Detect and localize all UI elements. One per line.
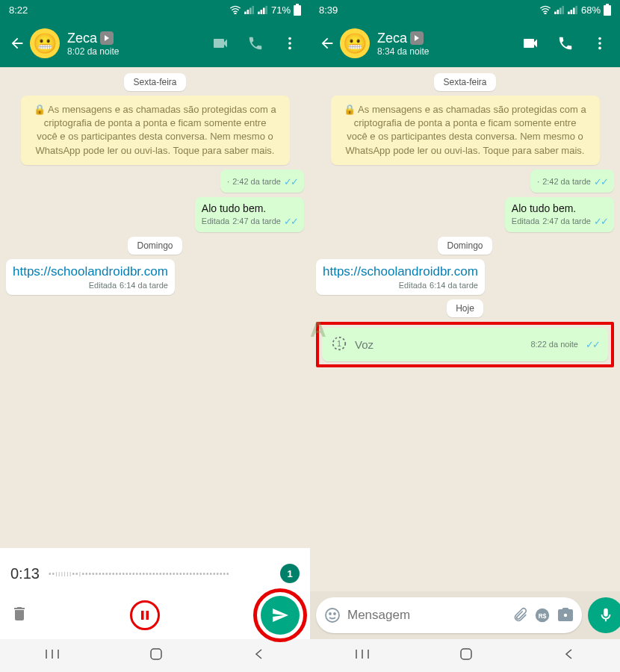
battery-icon xyxy=(604,4,611,16)
ticks-icon: ✓✓ xyxy=(594,176,607,187)
svg-rect-27 xyxy=(573,7,575,14)
avatar[interactable]: 😬 xyxy=(340,28,370,58)
nav-back[interactable] xyxy=(253,648,265,663)
svg-point-31 xyxy=(598,37,601,40)
svg-point-20 xyxy=(545,13,546,14)
message-out-1[interactable]: ·2:42 da tarde✓✓ xyxy=(530,169,614,193)
ticks-icon: ✓✓ xyxy=(586,339,599,350)
highlight-box: 1 Voz 8:22 da noite ✓✓ xyxy=(316,322,614,367)
back-button[interactable] xyxy=(4,31,30,56)
svg-rect-24 xyxy=(562,6,564,14)
nav-bar xyxy=(310,639,620,672)
mic-button[interactable] xyxy=(588,597,620,633)
encryption-notice[interactable]: 🔒 As mensagens e as chamadas são protegi… xyxy=(331,96,600,165)
svg-rect-23 xyxy=(559,7,562,14)
send-icon xyxy=(271,606,289,624)
voice-time: 8:22 da noite xyxy=(530,340,578,349)
svg-text:1: 1 xyxy=(337,339,341,347)
svg-point-0 xyxy=(235,13,236,14)
voice-call-button[interactable] xyxy=(550,27,581,60)
message-in-1[interactable]: https://schoolandroidbr.com Editada6:14 … xyxy=(6,259,175,295)
screen-right: 8:39 68% 😬 Zeca 8:34 da noite Sexta-fe xyxy=(310,0,620,672)
attach-button[interactable] xyxy=(512,607,528,623)
message-input[interactable] xyxy=(347,608,506,623)
recording-time: 0:13 xyxy=(10,565,40,582)
message-in-1[interactable]: https://schoolandroidbr.com Editada6:14 … xyxy=(316,259,485,295)
message-out-2[interactable]: Alo tudo bem. Editada2:47 da tarde✓✓ xyxy=(195,197,304,232)
attach-icon xyxy=(512,607,528,623)
contact-info[interactable]: Zeca 8:34 da noite xyxy=(377,31,514,57)
contact-status: 8:34 da noite xyxy=(377,46,514,57)
signal-icon xyxy=(554,5,565,14)
nav-recents[interactable] xyxy=(45,648,60,663)
arrow-left-icon xyxy=(319,35,335,52)
contact-info[interactable]: Zeca 8:02 da noite xyxy=(67,31,204,57)
avatar[interactable]: 😬 xyxy=(30,28,60,58)
video-call-button[interactable] xyxy=(514,27,547,60)
svg-rect-5 xyxy=(258,12,260,14)
back-button[interactable] xyxy=(314,31,340,56)
voice-label: Voz xyxy=(355,338,523,351)
message-input-wrap[interactable]: R$ xyxy=(316,597,582,633)
menu-button[interactable] xyxy=(274,27,306,60)
message-out-2[interactable]: Alo tudo bem. Editada2:47 da tarde✓✓ xyxy=(505,197,614,232)
send-button[interactable] xyxy=(261,596,300,635)
battery-text: 68% xyxy=(581,4,601,16)
play-badge-icon xyxy=(410,31,424,45)
svg-point-37 xyxy=(329,613,331,615)
ticks-icon: ✓✓ xyxy=(594,216,607,227)
video-icon xyxy=(211,34,229,52)
message-text: Alo tudo bem. xyxy=(202,202,266,214)
nav-back[interactable] xyxy=(563,648,575,663)
input-bar: R$ xyxy=(310,591,620,639)
mic-icon xyxy=(598,607,614,623)
svg-rect-30 xyxy=(604,5,611,16)
ticks-icon: ✓✓ xyxy=(284,176,297,187)
view-once-icon: 1 xyxy=(331,335,347,354)
waveform: ••ıııııı••ı•••••••••••••••••••••••••••••… xyxy=(49,570,271,578)
svg-point-13 xyxy=(288,47,291,50)
wifi-icon xyxy=(539,5,551,14)
trash-icon xyxy=(10,605,28,623)
pause-button[interactable] xyxy=(130,600,160,630)
phone-icon xyxy=(247,35,264,52)
chat-body[interactable]: Sexta-feira 🔒 As mensagens e as chamadas… xyxy=(0,67,310,548)
signal-icon-2 xyxy=(258,5,268,14)
status-bar: 8:22 71% xyxy=(0,0,310,19)
payment-button[interactable]: R$ xyxy=(534,607,551,623)
svg-rect-29 xyxy=(606,4,609,5)
more-vert-icon xyxy=(592,35,608,52)
svg-point-32 xyxy=(598,42,601,45)
delete-recording-button[interactable] xyxy=(10,605,28,626)
menu-button[interactable] xyxy=(584,27,616,60)
svg-rect-1 xyxy=(244,12,247,14)
video-call-button[interactable] xyxy=(204,27,237,60)
play-badge-icon xyxy=(100,31,114,45)
svg-rect-19 xyxy=(151,649,161,659)
camera-button[interactable] xyxy=(557,606,574,624)
message-out-1[interactable]: ·2:42 da tarde✓✓ xyxy=(220,169,304,193)
chat-body[interactable]: Sexta-feira 🔒 As mensagens e as chamadas… xyxy=(310,67,620,591)
message-link[interactable]: https://schoolandroidbr.com xyxy=(13,264,168,279)
message-link[interactable]: https://schoolandroidbr.com xyxy=(323,264,478,279)
svg-point-12 xyxy=(288,42,291,45)
svg-rect-28 xyxy=(575,6,577,14)
svg-point-41 xyxy=(564,614,567,617)
encryption-notice[interactable]: 🔒 As mensagens e as chamadas são protegi… xyxy=(21,96,290,165)
svg-rect-2 xyxy=(247,10,249,14)
pause-icon xyxy=(139,609,151,621)
nav-home[interactable] xyxy=(459,647,473,664)
svg-point-38 xyxy=(334,613,335,615)
svg-rect-10 xyxy=(294,5,301,16)
voice-recorder: 0:13 ••ıııııı••ı••••••••••••••••••••••••… xyxy=(0,548,310,639)
nav-recents[interactable] xyxy=(355,648,370,663)
nav-home[interactable] xyxy=(149,647,163,664)
status-bar: 8:39 68% xyxy=(310,0,620,19)
status-icons: 68% xyxy=(539,4,611,16)
voice-call-button[interactable] xyxy=(240,27,271,60)
date-chip-sunday: Domingo xyxy=(128,237,182,255)
listen-once-badge[interactable]: 1 xyxy=(280,564,300,583)
video-icon xyxy=(521,34,539,52)
emoji-button[interactable] xyxy=(323,606,341,624)
voice-message-out[interactable]: 1 Voz 8:22 da noite ✓✓ xyxy=(322,328,608,361)
